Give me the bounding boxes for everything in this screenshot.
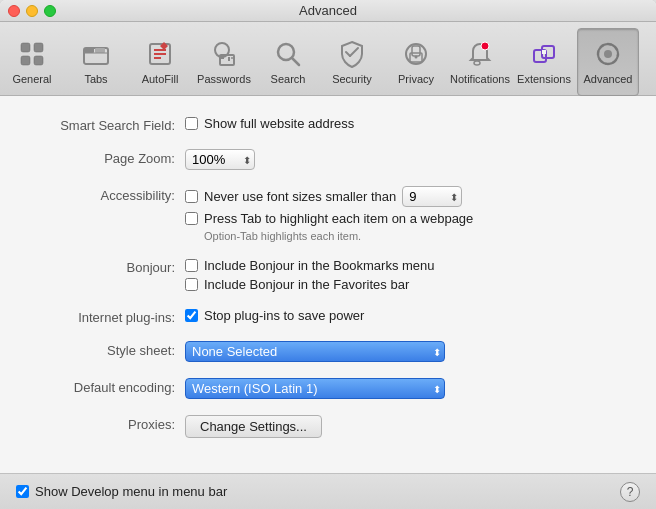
bonjour-bookmarks-checkbox[interactable] [185, 259, 198, 272]
sidebar-item-passwords[interactable]: Passwords [193, 28, 255, 96]
maximize-button[interactable] [44, 5, 56, 17]
default-encoding-controls: Western (ISO Latin 1) Unicode (UTF-8) Ja… [185, 378, 445, 399]
svg-line-19 [292, 58, 299, 65]
svg-point-28 [481, 42, 489, 50]
page-zoom-row: Page Zoom: 75% 85% 100% 115% 125% 150% 1… [30, 149, 626, 170]
advanced-icon [592, 38, 624, 70]
search-icon [272, 38, 304, 70]
internet-plugins-controls: Stop plug-ins to save power [185, 308, 364, 323]
font-size-select[interactable]: 9 10 12 14 18 24 [402, 186, 462, 207]
proxies-controls: Change Settings... [185, 415, 322, 438]
sidebar-item-advanced[interactable]: Advanced [577, 28, 639, 96]
accessibility-row: Accessibility: Never use font sizes smal… [30, 186, 626, 242]
svg-rect-0 [21, 43, 30, 52]
sidebar-item-autofill[interactable]: AutoFill [129, 28, 191, 96]
sidebar-item-extensions[interactable]: Extensions [513, 28, 575, 96]
show-develop-label[interactable]: Show Develop menu in menu bar [35, 484, 227, 499]
svg-line-21 [350, 48, 358, 56]
show-develop-container: Show Develop menu in menu bar [16, 484, 227, 499]
toolbar-label-autofill: AutoFill [142, 73, 179, 85]
page-zoom-select-wrapper: 75% 85% 100% 115% 125% 150% 175% 200% ⬍ [185, 149, 255, 170]
close-button[interactable] [8, 5, 20, 17]
toolbar-label-passwords: Passwords [197, 73, 251, 85]
show-develop-checkbox[interactable] [16, 485, 29, 498]
help-button[interactable]: ? [620, 482, 640, 502]
window-title: Advanced [299, 3, 357, 18]
svg-rect-5 [84, 48, 94, 53]
bottom-bar: Show Develop menu in menu bar ? [0, 473, 656, 509]
svg-rect-31 [542, 50, 546, 54]
font-size-checkbox[interactable] [185, 190, 198, 203]
svg-rect-1 [34, 43, 43, 52]
passwords-icon [208, 38, 240, 70]
toolbar-label-security: Security [332, 73, 372, 85]
smart-search-row: Smart Search Field: Show full website ad… [30, 116, 626, 133]
bonjour-favorites-checkbox[interactable] [185, 278, 198, 291]
page-zoom-label: Page Zoom: [30, 149, 185, 166]
toolbar-label-notifications: Notifications [450, 73, 510, 85]
smart-search-controls: Show full website address [185, 116, 354, 131]
press-tab-checkbox-label[interactable]: Press Tab to highlight each item on a we… [204, 211, 473, 226]
traffic-lights [8, 5, 56, 17]
style-sheet-controls: None Selected ⬍ [185, 341, 445, 362]
page-zoom-controls: 75% 85% 100% 115% 125% 150% 175% 200% ⬍ [185, 149, 255, 170]
sidebar-item-general[interactable]: General [1, 28, 63, 96]
svg-point-22 [406, 44, 426, 64]
accessibility-hint: Option-Tab highlights each item. [204, 230, 473, 242]
tabs-icon [80, 38, 112, 70]
security-icon [336, 38, 368, 70]
bonjour-controls: Include Bonjour in the Bookmarks menu In… [185, 258, 435, 292]
notifications-icon [464, 38, 496, 70]
accessibility-controls: Never use font sizes smaller than 9 10 1… [185, 186, 473, 242]
sidebar-item-privacy[interactable]: Privacy [385, 28, 447, 96]
extensions-icon [528, 38, 560, 70]
font-size-checkbox-label[interactable]: Never use font sizes smaller than [204, 189, 396, 204]
toolbar-label-extensions: Extensions [517, 73, 571, 85]
default-encoding-select[interactable]: Western (ISO Latin 1) Unicode (UTF-8) Ja… [185, 378, 445, 399]
smart-search-checkbox[interactable] [185, 117, 198, 130]
proxies-label: Proxies: [30, 415, 185, 432]
sidebar-item-security[interactable]: Security [321, 28, 383, 96]
bonjour-favorites-label[interactable]: Include Bonjour in the Favorites bar [204, 277, 409, 292]
svg-point-25 [415, 56, 418, 59]
accessibility-label: Accessibility: [30, 186, 185, 203]
smart-search-label: Smart Search Field: [30, 116, 185, 133]
toolbar-label-search: Search [271, 73, 306, 85]
internet-plugins-row: Internet plug-ins: Stop plug-ins to save… [30, 308, 626, 325]
toolbar-label-tabs: Tabs [84, 73, 107, 85]
stop-plugins-checkbox[interactable] [185, 309, 198, 322]
page-zoom-select[interactable]: 75% 85% 100% 115% 125% 150% 175% 200% [185, 149, 255, 170]
smart-search-checkbox-label[interactable]: Show full website address [204, 116, 354, 131]
svg-rect-6 [95, 48, 105, 53]
svg-point-27 [474, 61, 480, 65]
privacy-icon [400, 38, 432, 70]
sidebar-item-notifications[interactable]: Notifications [449, 28, 511, 96]
style-sheet-label: Style sheet: [30, 341, 185, 358]
svg-rect-23 [412, 46, 420, 56]
toolbar-label-privacy: Privacy [398, 73, 434, 85]
press-tab-checkbox[interactable] [185, 212, 198, 225]
bonjour-row: Bonjour: Include Bonjour in the Bookmark… [30, 258, 626, 292]
default-encoding-row: Default encoding: Western (ISO Latin 1) … [30, 378, 626, 399]
style-sheet-select-wrapper: None Selected ⬍ [185, 341, 445, 362]
change-settings-button[interactable]: Change Settings... [185, 415, 322, 438]
stop-plugins-label[interactable]: Stop plug-ins to save power [204, 308, 364, 323]
toolbar-label-advanced: Advanced [584, 73, 633, 85]
svg-rect-3 [34, 56, 43, 65]
content-area: Smart Search Field: Show full website ad… [0, 96, 656, 473]
bonjour-bookmarks-label[interactable]: Include Bonjour in the Bookmarks menu [204, 258, 435, 273]
sidebar-item-tabs[interactable]: Tabs [65, 28, 127, 96]
bonjour-label: Bonjour: [30, 258, 185, 275]
svg-point-32 [604, 50, 612, 58]
minimize-button[interactable] [26, 5, 38, 17]
default-encoding-select-wrapper: Western (ISO Latin 1) Unicode (UTF-8) Ja… [185, 378, 445, 399]
internet-plugins-label: Internet plug-ins: [30, 308, 185, 325]
general-icon [16, 38, 48, 70]
toolbar: General Tabs [0, 22, 656, 96]
toolbar-label-general: General [12, 73, 51, 85]
font-size-select-wrapper: 9 10 12 14 18 24 ⬍ [402, 186, 462, 207]
style-sheet-row: Style sheet: None Selected ⬍ [30, 341, 626, 362]
style-sheet-select[interactable]: None Selected [185, 341, 445, 362]
proxies-row: Proxies: Change Settings... [30, 415, 626, 438]
sidebar-item-search[interactable]: Search [257, 28, 319, 96]
